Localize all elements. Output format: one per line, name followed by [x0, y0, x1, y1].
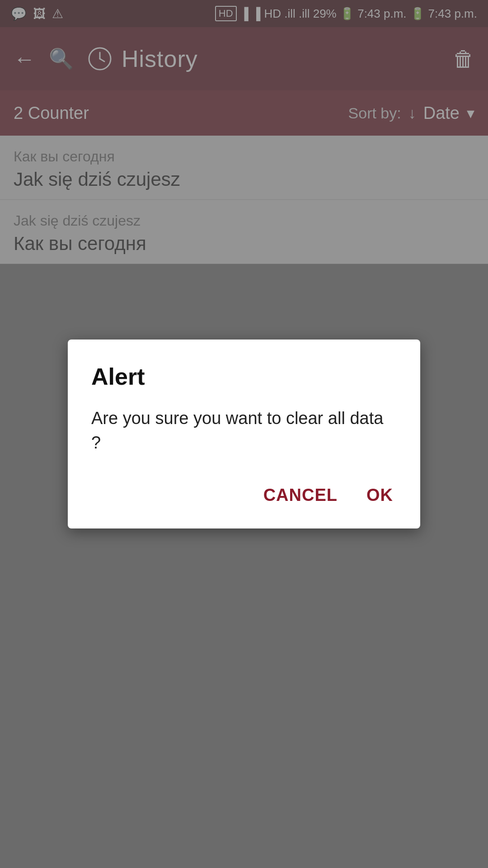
- ok-button[interactable]: OK: [363, 478, 397, 512]
- dialog-message: Are you sure you want to clear all data …: [91, 406, 397, 454]
- dialog-actions: CANCEL OK: [91, 478, 397, 512]
- dialog-title: Alert: [91, 363, 397, 390]
- dialog-overlay: Alert Are you sure you want to clear all…: [0, 0, 488, 868]
- cancel-button[interactable]: CANCEL: [260, 478, 341, 512]
- alert-dialog: Alert Are you sure you want to clear all…: [68, 340, 420, 528]
